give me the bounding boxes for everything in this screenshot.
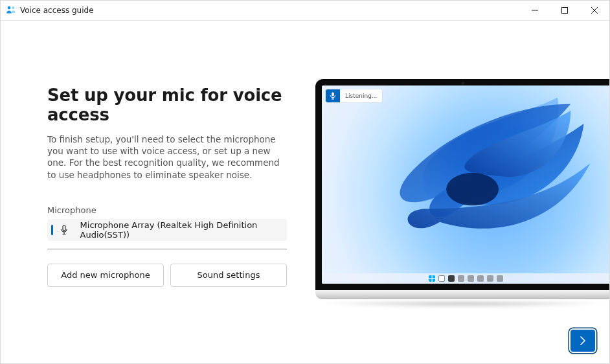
microphone-icon <box>60 225 69 235</box>
taskview-icon <box>448 275 455 282</box>
sound-settings-button[interactable]: Sound settings <box>170 264 287 287</box>
pinned-app-icon <box>497 275 503 282</box>
selection-accent <box>51 225 53 235</box>
add-microphone-button[interactable]: Add new microphone <box>47 264 164 287</box>
windows-bloom-wallpaper <box>322 85 609 284</box>
add-microphone-label: Add new microphone <box>61 270 150 280</box>
pinned-app-icon <box>487 275 493 282</box>
svg-rect-6 <box>63 225 65 231</box>
app-icon <box>6 5 16 16</box>
taskbar <box>322 273 609 284</box>
sound-settings-label: Sound settings <box>198 270 260 280</box>
laptop-shadow <box>315 302 609 308</box>
page-description: To finish setup, you'll need to select t… <box>47 133 287 181</box>
setup-panel: Set up your mic for voice access To fini… <box>47 85 287 287</box>
laptop-frame: Listening... <box>315 79 609 290</box>
minimize-button[interactable] <box>520 1 550 20</box>
search-icon <box>438 275 445 282</box>
svg-rect-3 <box>562 8 568 14</box>
microphone-selector[interactable]: Microphone Array (Realtek High Definitio… <box>47 219 287 241</box>
divider <box>47 249 287 249</box>
close-button[interactable] <box>580 1 609 20</box>
window-title: Voice access guide <box>20 6 94 15</box>
content-area: Set up your mic for voice access To fini… <box>1 21 609 363</box>
titlebar: Voice access guide <box>1 1 609 21</box>
voice-access-mic-button <box>326 89 340 102</box>
laptop-base <box>315 290 609 299</box>
app-window: Voice access guide Set up your mic for v… <box>0 0 610 364</box>
pinned-app-icon <box>477 275 484 282</box>
laptop-screen: Listening... <box>322 85 609 284</box>
start-icon <box>429 275 435 282</box>
voice-access-status: Listening... <box>345 93 377 99</box>
next-button[interactable] <box>569 328 596 353</box>
svg-point-1 <box>12 6 14 9</box>
selected-microphone-name: Microphone Array (Realtek High Definitio… <box>80 220 277 240</box>
page-heading: Set up your mic for voice access <box>47 85 287 124</box>
pinned-app-icon <box>458 275 464 282</box>
action-button-row: Add new microphone Sound settings <box>47 264 287 287</box>
voice-access-bar: Listening... <box>326 89 382 102</box>
svg-point-0 <box>8 6 11 10</box>
microphone-label: Microphone <box>47 205 287 215</box>
laptop-illustration: Listening... <box>315 79 609 308</box>
svg-point-9 <box>446 173 499 206</box>
svg-rect-10 <box>332 93 334 97</box>
maximize-button[interactable] <box>550 1 580 20</box>
pinned-app-icon <box>468 275 474 282</box>
